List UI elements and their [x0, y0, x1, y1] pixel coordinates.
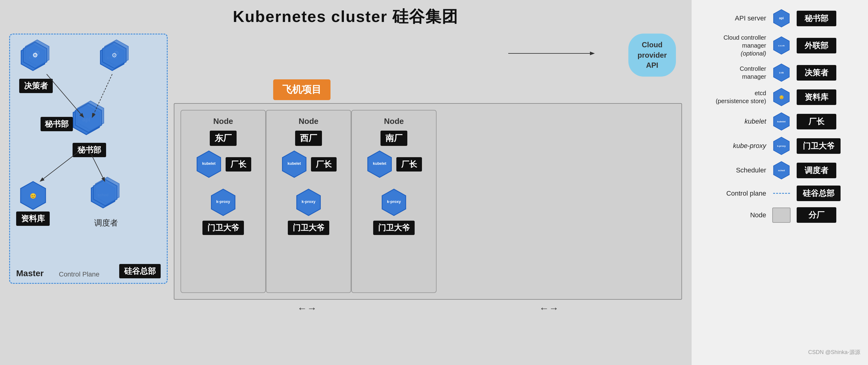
- legend-etcd-text: etcd(persistence store): [699, 89, 766, 105]
- cloud-provider: Cloud provider API: [628, 34, 676, 77]
- svg-text:⚙: ⚙: [112, 52, 117, 59]
- cm-badge: 决策者: [19, 79, 53, 93]
- node-label-0: Node: [213, 117, 233, 126]
- legend-sched-icon: sched: [772, 161, 790, 179]
- svg-text:kubelet: kubelet: [202, 162, 216, 166]
- svg-text:kubelet: kubelet: [777, 120, 786, 123]
- kubelet-row-1: kubelet 厂长: [280, 150, 337, 178]
- svg-marker-19: [93, 179, 117, 206]
- sched-label: 调度者: [94, 218, 118, 228]
- sched-component: sched 调度者: [89, 181, 123, 228]
- svg-text:c-c-m: c-c-m: [778, 44, 785, 47]
- gatekeeper-1: 门卫大爷: [288, 221, 329, 235]
- svg-text:⚙: ⚙: [32, 52, 38, 59]
- legend-ccm: Cloud controllermanager(optional) c-c-m …: [699, 34, 860, 57]
- legend-ccm-text: Cloud controllermanager(optional): [699, 34, 766, 57]
- cm-component: ⚙ ⚙ c-m: [19, 44, 53, 93]
- kproxy-icon-2: k-proxy: [380, 189, 408, 216]
- legend-api-badge: 秘书部: [797, 11, 836, 26]
- legend-scheduler-text: Scheduler: [699, 166, 766, 174]
- svg-text:sched: sched: [778, 169, 785, 172]
- legend-controlplane: Control plane 硅谷总部: [699, 186, 860, 201]
- hq-badge: 硅谷总部: [119, 264, 161, 278]
- svg-text:k-proxy: k-proxy: [302, 200, 315, 204]
- legend-etcd: etcd(persistence store) 😊 资料库: [699, 88, 860, 106]
- kubelet-icon-1: kubelet: [280, 150, 308, 178]
- right-area: Cloud provider API 飞机项目: [174, 34, 682, 314]
- svg-text:😊: 😊: [779, 95, 784, 100]
- legend-scheduler: Scheduler sched 调度者: [699, 161, 860, 179]
- kproxy-row-0: k-proxy: [210, 189, 237, 216]
- master-box: ⚙ ⚙ c-m: [9, 34, 168, 284]
- kproxy-row-1: k-proxy: [295, 189, 322, 216]
- svg-text:k-proxy: k-proxy: [777, 145, 786, 147]
- kproxy-row-2: k-proxy: [380, 189, 408, 216]
- node-dongchang: Node 东厂 kubelet 厂长: [181, 110, 266, 293]
- kproxy-icon-0: k-proxy: [210, 189, 237, 216]
- legend-api-text: API server: [699, 15, 766, 22]
- kubelet-row-2: kubelet 厂长: [366, 150, 422, 178]
- kubelet-row-0: kubelet 厂长: [195, 150, 251, 178]
- legend-etcd-badge: 资料库: [797, 89, 836, 105]
- gatekeeper-2: 门卫大爷: [373, 221, 415, 235]
- legend-gray-box: [772, 207, 790, 223]
- api-label-left: 秘书部: [40, 117, 73, 131]
- legend-ccm-icon: c-c-m: [772, 36, 790, 55]
- svg-text:kubelet: kubelet: [287, 162, 301, 166]
- nodes-row: Node 东厂 kubelet 厂长: [174, 103, 682, 300]
- legend-kubelet-icon: kubelet: [772, 112, 790, 131]
- main-area: Kubernetes cluster 硅谷集团 ⚙: [0, 0, 691, 365]
- node-name-1: 西厂: [295, 131, 322, 146]
- etcd-component: 😊 资料库: [16, 181, 50, 226]
- factory-chief-1: 厂长: [311, 157, 337, 171]
- control-plane-label: Control Plane: [59, 271, 99, 278]
- svg-text:api: api: [779, 16, 784, 20]
- svg-marker-13: [75, 103, 101, 133]
- api-component: api 秘书部: [71, 105, 107, 157]
- legend-kubelet: kubelet kubelet 厂长: [699, 112, 860, 131]
- interconnect-row: ←→ ←→: [174, 303, 682, 314]
- arrow-lr-01: ←→: [297, 303, 317, 314]
- cloud-arrow: [508, 49, 600, 58]
- page-title: Kubernetes cluster 硅谷集团: [9, 6, 682, 27]
- node-label-1: Node: [299, 117, 319, 126]
- svg-text:c-m: c-m: [779, 71, 784, 74]
- legend-node-badge: 分厂: [797, 207, 836, 223]
- kproxy-icon-1: k-proxy: [295, 189, 322, 216]
- legend-kproxy: kube-proxy k-proxy 门卫大爷: [699, 137, 860, 155]
- legend-kproxy-text: kube-proxy: [699, 142, 766, 150]
- arrow-lr-12: ←→: [539, 303, 559, 314]
- kubelet-icon-2: kubelet: [366, 150, 393, 178]
- kubelet-icon-0: kubelet: [195, 150, 223, 178]
- api-badge: 秘书部: [72, 143, 106, 157]
- legend-controlplane-badge: 硅谷总部: [797, 186, 841, 201]
- legend-kubelet-text: kubelet: [699, 117, 766, 125]
- master-label: Master: [16, 269, 43, 278]
- node-name-2: 南厂: [380, 131, 407, 146]
- legend-api: API server api 秘书部: [699, 9, 860, 27]
- legend-ccm-badge: 外联部: [797, 38, 836, 53]
- watermark: CSDN @Shinka-源源: [699, 348, 860, 356]
- cloud-provider-label: Cloud provider API: [628, 34, 676, 77]
- project-banner: 飞机项目: [273, 79, 331, 100]
- legend-cm-badge: 决策者: [797, 65, 836, 81]
- legend-sidebar: API server api 秘书部 Cloud controllermanag…: [691, 0, 868, 365]
- legend-node-text: Node: [699, 211, 766, 219]
- svg-text:kubelet: kubelet: [373, 162, 386, 166]
- legend-kproxy-badge: 门卫大爷: [797, 138, 841, 154]
- legend-dashed-line: [772, 193, 790, 194]
- diagram-container: ⚙ ⚙ c-m: [9, 34, 682, 359]
- gatekeeper-0: 门卫大爷: [203, 221, 244, 235]
- legend-scheduler-badge: 调度者: [797, 163, 836, 178]
- legend-kproxy-icon: k-proxy: [772, 137, 790, 155]
- node-nanchang: Node 南厂 kubelet 厂长 k-pro: [351, 110, 437, 293]
- legend-cm: Controllermanager c-m 决策者: [699, 63, 860, 82]
- svg-text:k-proxy: k-proxy: [216, 200, 230, 204]
- svg-text:😊: 😊: [30, 193, 37, 199]
- legend-controlplane-text: Control plane: [699, 190, 766, 197]
- node-name-0: 东厂: [210, 131, 237, 146]
- legend-cm-text: Controllermanager: [699, 65, 766, 81]
- factory-chief-2: 厂长: [396, 157, 422, 171]
- legend-node: Node 分厂: [699, 207, 860, 223]
- nodes-section: 飞机项目 Node 东厂 kubelet: [174, 79, 682, 314]
